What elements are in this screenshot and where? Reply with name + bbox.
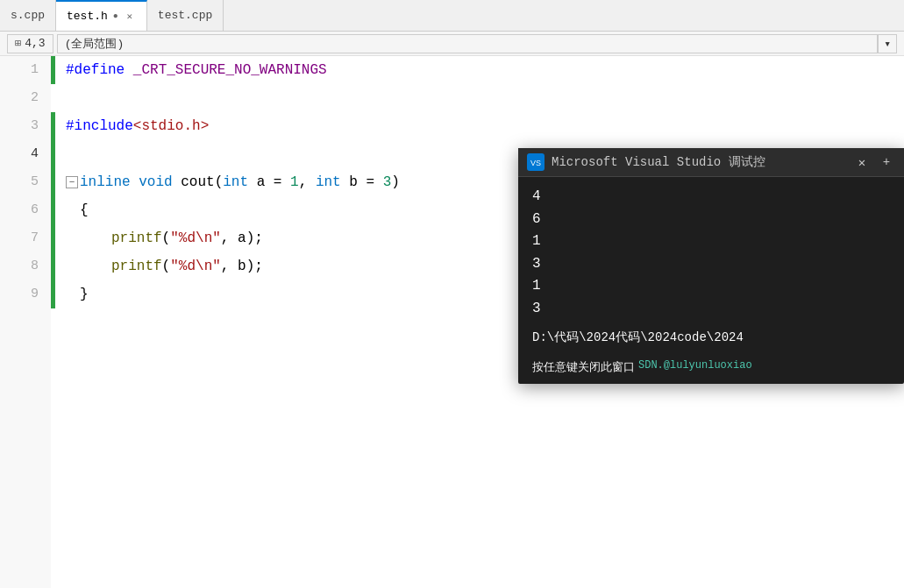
debug-console-path: D:\代码\2024代码\2024code\2024: [532, 328, 890, 347]
line-num-6: 6: [7, 196, 44, 224]
status-location[interactable]: ⊞ 4,3: [7, 34, 53, 53]
tab-test-cpp[interactable]: test.cpp: [147, 0, 224, 31]
output-line-1: 4: [532, 186, 890, 209]
location-value: 4,3: [25, 37, 45, 50]
token-printf-1: printf: [111, 230, 162, 246]
debug-console-body: 4 6 1 3 1 3 D:\代码\2024代码\2024code\2024: [518, 177, 904, 356]
token-int-b: int: [316, 168, 341, 196]
line-num-3: 3: [7, 112, 44, 140]
debug-console-title: Microsoft Visual Studio 调试控: [552, 154, 846, 170]
scope-dropdown[interactable]: ▾: [878, 34, 897, 53]
svg-text:VS: VS: [530, 159, 541, 167]
line-num-9: 9: [7, 280, 44, 308]
tab-label-test-h: test.h: [67, 10, 108, 23]
tab-bar: s.cpp test.h ● ✕ test.cpp: [0, 0, 904, 32]
tab-close-test-h[interactable]: ✕: [124, 11, 136, 23]
token-str-1: "%d\n": [170, 230, 221, 246]
code-line-3: #include<stdio.h>: [66, 112, 893, 140]
footer-sub-text: SDN.@lulyunluoxiao: [638, 359, 752, 375]
output-line-5: 1: [532, 275, 890, 298]
token-inline: inline: [80, 168, 131, 196]
scope-text: (全局范围): [65, 36, 125, 52]
line-num-7: 7: [7, 224, 44, 252]
token-num-1: 1: [290, 168, 299, 196]
token-printf-2: printf: [111, 259, 162, 274]
token-void: void: [139, 168, 172, 196]
tab-s-cpp[interactable]: s.cpp: [0, 0, 56, 31]
debug-console-add-btn[interactable]: +: [878, 153, 895, 171]
tab-test-h[interactable]: test.h ● ✕: [56, 0, 147, 31]
debug-console: VS Microsoft Visual Studio 调试控 ✕ + 4 6 1…: [518, 148, 904, 384]
editor-area: 1 2 3 4 5 6 7 8 9 #define _CRT_SECURE_NO…: [0, 56, 904, 588]
token-include: #include: [66, 112, 133, 140]
token-macro: _CRT_SECURE_NO_WARNINGS: [133, 56, 327, 84]
code-line-1: #define _CRT_SECURE_NO_WARNINGS: [66, 56, 893, 84]
footer-main-text: 按任意键关闭此窗口: [532, 359, 635, 375]
debug-console-header: VS Microsoft Visual Studio 调试控 ✕ +: [518, 148, 904, 177]
line-numbers: 1 2 3 4 5 6 7 8 9: [0, 56, 51, 588]
status-bar: ⊞ 4,3 (全局范围) ▾: [0, 32, 904, 56]
token-open-brace: {: [66, 196, 89, 224]
line-num-4: 4: [7, 140, 44, 168]
debug-console-footer: 按任意键关闭此窗口 SDN.@lulyunluoxiao: [518, 356, 904, 384]
output-line-3: 1: [532, 230, 890, 253]
line-num-5: 5: [7, 168, 44, 196]
token-str-2: "%d\n": [170, 259, 221, 274]
token-define: #define: [66, 56, 125, 84]
grid-icon: ⊞: [15, 37, 21, 50]
output-line-2: 6: [532, 209, 890, 231]
output-line-4: 3: [532, 253, 890, 276]
token-num-3: 3: [383, 168, 392, 196]
token-close-brace: }: [66, 280, 89, 308]
tab-label-s-cpp: s.cpp: [11, 9, 45, 22]
tab-label-test-cpp: test.cpp: [158, 9, 212, 22]
line-num-2: 2: [7, 84, 44, 112]
line-num-1: 1: [7, 56, 44, 84]
dropdown-arrow-icon: ▾: [884, 37, 891, 51]
token-include-file: <stdio.h>: [133, 112, 209, 140]
debug-console-close-btn[interactable]: ✕: [853, 153, 871, 171]
scope-field[interactable]: (全局范围): [57, 34, 879, 53]
output-line-6: 3: [532, 298, 890, 321]
collapse-icon[interactable]: −: [66, 176, 78, 188]
code-line-2: [66, 84, 893, 112]
tab-save-dot: ●: [113, 11, 118, 21]
debug-console-app-icon: VS: [527, 153, 545, 171]
line-num-8: 8: [7, 252, 44, 280]
vs-icon-svg: VS: [529, 155, 543, 169]
token-int-a: int: [223, 168, 248, 196]
